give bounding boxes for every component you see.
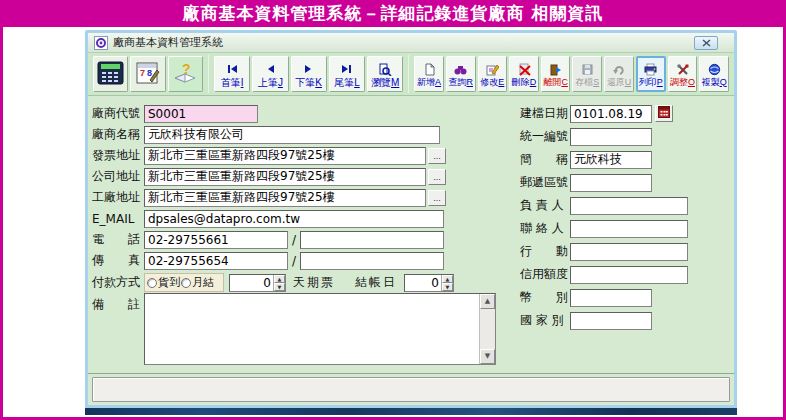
notes-scrollbar[interactable]: ▲ ▼ (479, 294, 495, 364)
add-button[interactable]: 新增A (414, 56, 444, 92)
tax-id-input[interactable] (570, 128, 652, 146)
vendor-name-input[interactable] (144, 126, 440, 144)
binoculars-icon (454, 62, 467, 77)
phone-label: 電 話 (92, 231, 144, 248)
svg-text:8: 8 (147, 68, 152, 78)
scroll-down-button[interactable]: ▼ (480, 349, 495, 364)
window-icon (94, 36, 108, 50)
date-picker-calendar-icon (658, 106, 670, 121)
close-icon (702, 35, 711, 50)
days-value[interactable]: 0 (230, 275, 273, 291)
payment-option-panel: 貨到 月結 (144, 273, 224, 292)
phone-separator: / (292, 233, 296, 247)
fax-input[interactable] (144, 252, 288, 270)
company-address-browse-button[interactable]: ... (428, 169, 446, 185)
payment-method-label: 付款方式 (92, 274, 144, 291)
help-button[interactable]: ? (168, 56, 203, 92)
first-record-button[interactable]: 首筆I (214, 56, 250, 92)
print-button[interactable]: 列印P (636, 56, 666, 92)
browse-records-icon (378, 62, 392, 77)
closing-day-value[interactable]: 0 (405, 275, 441, 291)
phone-input[interactable] (144, 231, 288, 249)
undo-button: 還原U (604, 56, 634, 92)
adjust-button[interactable]: 調整O (668, 56, 698, 92)
new-document-icon (423, 62, 436, 77)
calendar-button-toolbar[interactable]: 78 (130, 56, 165, 92)
email-input[interactable] (144, 210, 444, 228)
radio-monthly-settlement-label: 月結 (192, 275, 214, 290)
factory-address-label: 工廠地址 (92, 189, 144, 206)
short-name-input[interactable] (570, 151, 652, 169)
edit-pen-icon (486, 62, 499, 77)
save-floppy-icon (581, 62, 594, 77)
taskbar-strip (85, 408, 737, 415)
invoice-address-browse-button[interactable]: ... (428, 148, 446, 164)
svg-text:7: 7 (140, 68, 145, 78)
tools-icon (676, 62, 689, 77)
email-label: E_MAIL (92, 212, 144, 226)
note-days-label: 天期票 (293, 274, 335, 291)
created-date-input[interactable] (570, 105, 652, 123)
modify-button[interactable]: 修改E (478, 56, 508, 92)
credit-limit-input[interactable] (570, 266, 688, 284)
credit-limit-label: 信用額度 (520, 266, 570, 283)
query-button[interactable]: 查詢R (446, 56, 476, 92)
next-record-icon (302, 62, 315, 77)
fax-label: 傳 真 (92, 252, 144, 269)
next-record-button[interactable]: 下筆K (291, 56, 327, 92)
screen: 廠商基本資料管理系統－詳細記錄進貨廠商 相關資訊 廠商基本資料管理系統 (0, 0, 786, 420)
mobile-input[interactable] (570, 243, 688, 261)
company-address-label: 公司地址 (92, 168, 144, 185)
status-bar-area (88, 373, 734, 405)
factory-address-browse-button[interactable]: ... (428, 190, 446, 206)
notes-textarea[interactable]: ▲ ▼ (144, 293, 496, 365)
notes-label: 備 註 (92, 293, 144, 313)
radio-cash-on-delivery[interactable] (147, 278, 157, 288)
vendor-name-label: 廠商名稱 (92, 126, 144, 143)
app-window: 廠商基本資料管理系統 78 ? (85, 30, 737, 408)
currency-input[interactable] (570, 289, 652, 307)
country-input[interactable] (570, 312, 652, 330)
owner-input[interactable] (570, 197, 688, 215)
printer-icon (644, 62, 657, 77)
calculator-button[interactable] (93, 56, 128, 92)
contact-label: 聯 絡 人 (520, 220, 570, 237)
closing-spin-up-button[interactable]: ▲ (442, 275, 453, 283)
closing-spin-down-button[interactable]: ▼ (442, 283, 453, 291)
toolbar-separator (408, 55, 409, 93)
created-date-label: 建檔日期 (520, 105, 570, 122)
date-picker-button[interactable] (655, 105, 673, 122)
browse-records-button[interactable]: 瀏覽M (367, 56, 403, 92)
vendor-code-input[interactable] (144, 105, 258, 123)
calendar-icon: 78 (135, 61, 161, 88)
invoice-address-label: 發票地址 (92, 147, 144, 164)
close-button[interactable] (694, 36, 718, 50)
delete-button[interactable]: 刪除D (509, 56, 539, 92)
mobile-label: 行 動 (520, 243, 570, 260)
phone2-input[interactable] (300, 231, 444, 249)
last-record-button[interactable]: 尾筆L (329, 56, 365, 92)
radio-monthly-settlement[interactable] (181, 278, 191, 288)
previous-record-button[interactable]: 上筆J (252, 56, 288, 92)
toolbar-separator (208, 55, 209, 93)
scroll-up-button[interactable]: ▲ (480, 294, 495, 309)
vendor-form: 廠商代號 廠商名稱 發票地址 ... 公司地址 ... 工廠地址 ... (88, 96, 734, 373)
zip-code-input[interactable] (570, 174, 652, 192)
status-bar (92, 377, 730, 402)
days-spinner: 0 ▲▼ (229, 274, 286, 292)
days-spin-down-button[interactable]: ▼ (274, 283, 285, 291)
days-spin-up-button[interactable]: ▲ (274, 275, 285, 283)
vendor-code-label: 廠商代號 (92, 105, 144, 122)
factory-address-input[interactable] (144, 189, 426, 207)
invoice-address-input[interactable] (144, 147, 426, 165)
tax-id-label: 統一編號 (520, 128, 570, 145)
exit-button[interactable]: 離開C (541, 56, 571, 92)
fax2-input[interactable] (300, 252, 444, 270)
contact-input[interactable] (570, 220, 688, 238)
closing-day-spinner: 0 ▲▼ (404, 274, 454, 292)
copy-globe-icon (708, 62, 721, 77)
company-address-input[interactable] (144, 168, 426, 186)
owner-label: 負 責 人 (520, 197, 570, 214)
delete-x-icon (518, 62, 531, 77)
copy-button[interactable]: 複製Q (699, 56, 729, 92)
